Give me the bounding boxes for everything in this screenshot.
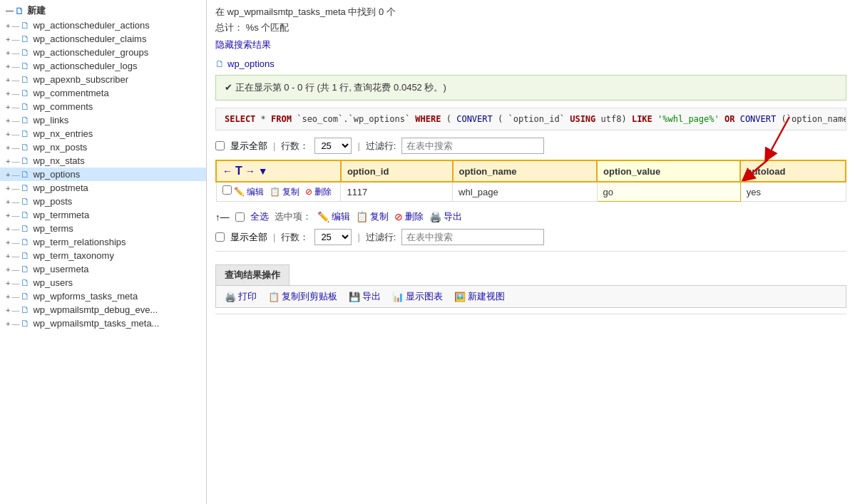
sidebar-item-wp_wpforms_tasks_meta[interactable]: + — 🗋 wp_wpforms_tasks_meta <box>0 289 206 303</box>
table-icon: 🗋 <box>21 237 30 247</box>
query-ops-tab[interactable]: 查询结果操作 <box>215 264 290 285</box>
sidebar-item-wp_nx_entries[interactable]: + — 🗋 wp_nx_entries <box>0 127 206 140</box>
delete-button[interactable]: ⊘ 删除 <box>394 210 424 223</box>
sidebar-item-wp_usermeta[interactable]: + — 🗋 wp_usermeta <box>0 262 206 276</box>
select-all-link[interactable]: 全选 <box>250 210 269 223</box>
show-all-checkbox[interactable] <box>215 141 225 150</box>
export-link[interactable]: 💾 导出 <box>349 290 381 303</box>
nav-right-icon[interactable]: → <box>245 165 255 177</box>
back-icon: ↑— <box>215 212 230 222</box>
sidebar-item-wp_actionscheduler_claims[interactable]: + — 🗋 wp_actionscheduler_claims <box>0 32 206 46</box>
sidebar-item-wp_term_taxonomy[interactable]: + — 🗋 wp_term_taxonomy <box>0 249 206 262</box>
sidebar-item-wp_comments[interactable]: + — 🗋 wp_comments <box>0 100 206 113</box>
chart-link[interactable]: 📊 显示图表 <box>392 290 443 303</box>
sidebar-item-wp_term_relationships[interactable]: + — 🗋 wp_term_relationships <box>0 235 206 249</box>
sidebar-item-wp_links[interactable]: + — 🗋 wp_links <box>0 113 206 127</box>
bottom-row-count-select[interactable]: 25 50 100 250 500 <box>314 229 352 245</box>
print-link[interactable]: 🖨️ 打印 <box>225 290 257 303</box>
col-header-option-name[interactable]: option_name <box>453 160 598 182</box>
row-count-select[interactable]: 25 50 100 250 500 <box>314 138 352 154</box>
sidebar-item-wp_posts[interactable]: + — 🗋 wp_posts <box>0 195 206 208</box>
bottom-row-count-label: 行数： <box>281 231 309 244</box>
edit-icon: ✏️ <box>234 187 245 197</box>
new-view-link[interactable]: 🖼️ 新建视图 <box>454 290 505 303</box>
sidebar-item-wp_terms[interactable]: + — 🗋 wp_terms <box>0 222 206 235</box>
export-icon: 💾 <box>349 292 360 302</box>
expand-icon: + <box>6 89 10 98</box>
table-icon: 🗋 <box>21 47 30 58</box>
sql-query-box: SELECT * FROM `seo_com`.`wp_options` WHE… <box>215 108 846 130</box>
data-table-wrapper: ← T → ▼ option_id option_name <box>215 160 846 202</box>
view-icon: 🖼️ <box>454 292 466 302</box>
expand-icon: + <box>6 211 10 220</box>
select-all-checkbox[interactable] <box>235 212 245 222</box>
copy-clipboard-link[interactable]: 📋 复制到剪贴板 <box>268 290 337 303</box>
table-icon: 🗋 <box>21 264 30 274</box>
table-icon: 🗋 <box>21 182 30 193</box>
main-content: 在 wp_wpmailsmtp_tasks_meta 中找到 0 个 总计： %… <box>207 0 855 504</box>
sidebar-item-label: wp_users <box>33 277 73 288</box>
sidebar-item-label: wp_terms <box>33 223 73 234</box>
row-checkbox[interactable] <box>222 185 232 195</box>
data-table: ← T → ▼ option_id option_name <box>215 160 846 202</box>
sidebar-item-wp_apexnb_subscriber[interactable]: + — 🗋 wp_apexnb_subscriber <box>0 73 206 86</box>
expand-icon: + <box>6 184 10 192</box>
cell-option-id: 1117 <box>341 182 453 202</box>
expand-icon: + <box>6 319 10 328</box>
sidebar-item-wp_commentmeta[interactable]: + — 🗋 wp_commentmeta <box>0 86 206 100</box>
sidebar-item-wp_actionscheduler_actions[interactable]: + — 🗋 wp_actionscheduler_actions <box>0 19 206 32</box>
total-line: 总计： %s 个匹配 <box>215 21 846 34</box>
hide-results-link[interactable]: 隐藏搜索结果 <box>215 38 846 51</box>
expand-icon: + <box>6 225 10 233</box>
col-header-autoload[interactable]: autoload <box>740 160 846 182</box>
sidebar-item-label: wp_apexnb_subscriber <box>33 74 128 85</box>
sidebar-item-label: wp_nx_entries <box>33 128 93 139</box>
sidebar-item-label: wp_actionscheduler_logs <box>33 61 137 71</box>
expand-icon: + <box>6 130 10 138</box>
expand-icon: + <box>6 143 10 152</box>
filter-input[interactable] <box>401 138 544 154</box>
select-all-row: ↑— 全选 选中项： ✏️ 编辑 📋 复制 ⊘ 删除 🖨️ <box>215 210 846 223</box>
table-icon: 🗋 <box>21 155 30 166</box>
sidebar-item-wp_users[interactable]: + — 🗋 wp_users <box>0 276 206 289</box>
col-header-option-id[interactable]: option_id <box>341 160 453 182</box>
edit-button[interactable]: ✏️ 编辑 <box>317 210 350 223</box>
sidebar-item-new[interactable]: — 🗋 新建 <box>0 3 206 19</box>
sidebar-item-wp_options[interactable]: + — 🗋 wp_options <box>0 168 206 181</box>
delete-link[interactable]: ⊘ 删除 <box>305 187 332 197</box>
sidebar-item-label: wp_actionscheduler_actions <box>33 20 149 31</box>
sidebar-item-wp_wpmailsmtp_debug[interactable]: + — 🗋 wp_wpmailsmtp_debug_eve... <box>0 303 206 317</box>
table-icon: 🗋 <box>21 318 30 329</box>
table-link[interactable]: wp_options <box>227 58 275 69</box>
bottom-filter-input[interactable] <box>401 229 544 245</box>
sidebar-item-wp_wpmailsmtp_tasks_meta[interactable]: + — 🗋 wp_wpmailsmtp_tasks_meta... <box>0 317 206 330</box>
table-icon: 🗋 <box>21 115 30 125</box>
table-icon: 🗋 <box>21 304 30 315</box>
copy-link[interactable]: 📋 复制 <box>270 187 299 197</box>
sidebar-item-wp_nx_stats[interactable]: + — 🗋 wp_nx_stats <box>0 154 206 168</box>
actions-cell: ✏️ 编辑 📋 复制 ⊘ 删除 <box>216 182 341 202</box>
info-check-icon: ✔ <box>225 82 232 93</box>
sidebar-item-wp_actionscheduler_logs[interactable]: + — 🗋 wp_actionscheduler_logs <box>0 59 206 73</box>
table-row: ✏️ 编辑 📋 复制 ⊘ 删除 1117 whl_page go <box>216 182 846 202</box>
edit-link[interactable]: ✏️ 编辑 <box>234 187 264 197</box>
sidebar-item-wp_actionscheduler_groups[interactable]: + — 🗋 wp_actionscheduler_groups <box>0 46 206 59</box>
nav-left-icon[interactable]: ← <box>222 165 232 177</box>
copy-button[interactable]: 📋 复制 <box>356 210 389 223</box>
bottom-show-all-checkbox[interactable] <box>215 232 225 242</box>
sidebar-item-label: wp_wpmailsmtp_tasks_meta... <box>33 318 159 329</box>
sidebar-item-wp_postmeta[interactable]: + — 🗋 wp_postmeta <box>0 181 206 195</box>
table-link-row: 🗋 wp_options <box>215 58 846 69</box>
row-count-label: 行数： <box>281 140 309 153</box>
action-buttons: ✏️ 编辑 📋 复制 ⊘ 删除 🖨️ 导出 <box>317 210 462 223</box>
col-header-option-value[interactable]: option_value <box>597 160 740 182</box>
sidebar-item-wp_termmeta[interactable]: + — 🗋 wp_termmeta <box>0 208 206 222</box>
sidebar-item-wp_nx_posts[interactable]: + — 🗋 wp_nx_posts <box>0 140 206 154</box>
table-icon: 🗋 <box>21 101 30 112</box>
delete-icon: ⊘ <box>305 187 312 197</box>
table-icon: 🗋 <box>21 277 30 288</box>
export-button[interactable]: 🖨️ 导出 <box>429 210 462 223</box>
nav-dropdown-icon[interactable]: ▼ <box>258 165 268 177</box>
expand-icon: + <box>6 48 10 57</box>
selected-items-label: 选中项： <box>275 210 312 223</box>
